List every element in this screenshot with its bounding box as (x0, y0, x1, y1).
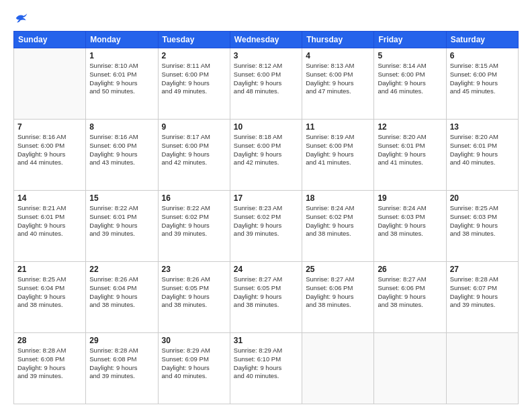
weekday-header-friday: Friday (374, 32, 446, 48)
day-cell: 3Sunrise: 8:12 AMSunset: 6:00 PMDaylight… (230, 48, 302, 120)
day-number: 11 (306, 122, 370, 132)
day-info: Sunrise: 8:19 AMSunset: 6:00 PMDaylight:… (306, 133, 370, 167)
day-cell: 23Sunrise: 8:26 AMSunset: 6:05 PMDayligh… (158, 262, 230, 333)
day-info: Sunrise: 8:29 AMSunset: 6:09 PMDaylight:… (162, 347, 226, 381)
day-number: 12 (378, 122, 442, 132)
day-cell: 20Sunrise: 8:25 AMSunset: 6:03 PMDayligh… (446, 191, 518, 262)
day-info: Sunrise: 8:20 AMSunset: 6:01 PMDaylight:… (450, 133, 515, 167)
day-number: 2 (162, 51, 226, 60)
day-info: Sunrise: 8:27 AMSunset: 6:05 PMDaylight:… (234, 275, 298, 310)
day-info: Sunrise: 8:16 AMSunset: 6:00 PMDaylight:… (89, 133, 154, 167)
day-cell: 13Sunrise: 8:20 AMSunset: 6:01 PMDayligh… (446, 120, 518, 191)
day-info: Sunrise: 8:25 AMSunset: 6:04 PMDaylight:… (17, 275, 82, 310)
day-info: Sunrise: 8:20 AMSunset: 6:01 PMDaylight:… (378, 133, 442, 167)
weekday-header-saturday: Saturday (446, 32, 518, 48)
day-info: Sunrise: 8:22 AMSunset: 6:01 PMDaylight:… (89, 204, 154, 238)
day-cell: 1Sunrise: 8:10 AMSunset: 6:01 PMDaylight… (86, 48, 158, 120)
day-cell: 2Sunrise: 8:11 AMSunset: 6:00 PMDaylight… (158, 48, 230, 120)
day-cell: 31Sunrise: 8:29 AMSunset: 6:10 PMDayligh… (230, 333, 302, 404)
day-cell: 17Sunrise: 8:23 AMSunset: 6:02 PMDayligh… (230, 191, 302, 262)
day-number: 20 (450, 193, 515, 203)
day-info: Sunrise: 8:16 AMSunset: 6:00 PMDaylight:… (17, 133, 82, 167)
week-row-1: 1Sunrise: 8:10 AMSunset: 6:01 PMDaylight… (14, 48, 519, 120)
day-number: 3 (234, 51, 298, 60)
day-number: 30 (162, 336, 226, 345)
day-info: Sunrise: 8:22 AMSunset: 6:02 PMDaylight:… (162, 204, 226, 238)
day-cell (374, 333, 446, 404)
day-cell: 14Sunrise: 8:21 AMSunset: 6:01 PMDayligh… (14, 191, 86, 262)
day-cell: 24Sunrise: 8:27 AMSunset: 6:05 PMDayligh… (230, 262, 302, 333)
day-info: Sunrise: 8:24 AMSunset: 6:02 PMDaylight:… (306, 204, 370, 238)
day-number: 17 (234, 193, 298, 203)
day-info: Sunrise: 8:10 AMSunset: 6:01 PMDaylight:… (89, 62, 154, 96)
day-number: 22 (89, 265, 154, 274)
day-number: 9 (162, 122, 226, 132)
weekday-header-row: SundayMondayTuesdayWednesdayThursdayFrid… (14, 32, 519, 48)
day-info: Sunrise: 8:11 AMSunset: 6:00 PMDaylight:… (162, 62, 226, 96)
day-info: Sunrise: 8:27 AMSunset: 6:06 PMDaylight:… (378, 275, 442, 310)
day-number: 23 (162, 265, 226, 274)
day-cell: 19Sunrise: 8:24 AMSunset: 6:03 PMDayligh… (374, 191, 446, 262)
day-info: Sunrise: 8:15 AMSunset: 6:00 PMDaylight:… (450, 62, 515, 96)
day-number: 18 (306, 193, 370, 203)
day-number: 4 (306, 51, 370, 60)
day-number: 26 (378, 265, 442, 274)
day-number: 14 (17, 193, 82, 203)
day-cell: 5Sunrise: 8:14 AMSunset: 6:00 PMDaylight… (374, 48, 446, 120)
day-cell: 4Sunrise: 8:13 AMSunset: 6:00 PMDaylight… (302, 48, 374, 120)
day-cell: 10Sunrise: 8:18 AMSunset: 6:00 PMDayligh… (230, 120, 302, 191)
day-info: Sunrise: 8:26 AMSunset: 6:05 PMDaylight:… (162, 275, 226, 310)
weekday-header-thursday: Thursday (302, 32, 374, 48)
day-number: 7 (17, 122, 82, 132)
day-cell: 25Sunrise: 8:27 AMSunset: 6:06 PMDayligh… (302, 262, 374, 333)
day-number: 25 (306, 265, 370, 274)
day-cell: 7Sunrise: 8:16 AMSunset: 6:00 PMDaylight… (14, 120, 86, 191)
day-number: 28 (17, 336, 82, 345)
day-info: Sunrise: 8:24 AMSunset: 6:03 PMDaylight:… (378, 204, 442, 238)
day-number: 19 (378, 193, 442, 203)
day-number: 8 (89, 122, 154, 132)
day-cell: 6Sunrise: 8:15 AMSunset: 6:00 PMDaylight… (446, 48, 518, 120)
header (13, 12, 519, 24)
day-cell: 30Sunrise: 8:29 AMSunset: 6:09 PMDayligh… (158, 333, 230, 404)
day-number: 21 (17, 265, 82, 274)
day-number: 10 (234, 122, 298, 132)
day-info: Sunrise: 8:27 AMSunset: 6:06 PMDaylight:… (306, 275, 370, 310)
day-number: 16 (162, 193, 226, 203)
day-number: 5 (378, 51, 442, 60)
day-info: Sunrise: 8:17 AMSunset: 6:00 PMDaylight:… (162, 133, 226, 167)
day-info: Sunrise: 8:28 AMSunset: 6:07 PMDaylight:… (450, 275, 515, 310)
day-number: 15 (89, 193, 154, 203)
week-row-5: 28Sunrise: 8:28 AMSunset: 6:08 PMDayligh… (14, 333, 519, 404)
day-info: Sunrise: 8:14 AMSunset: 6:00 PMDaylight:… (378, 62, 442, 96)
day-info: Sunrise: 8:18 AMSunset: 6:00 PMDaylight:… (234, 133, 298, 167)
day-info: Sunrise: 8:23 AMSunset: 6:02 PMDaylight:… (234, 204, 298, 238)
weekday-header-sunday: Sunday (14, 32, 86, 48)
day-number: 1 (89, 51, 154, 60)
day-info: Sunrise: 8:12 AMSunset: 6:00 PMDaylight:… (234, 62, 298, 96)
day-info: Sunrise: 8:28 AMSunset: 6:08 PMDaylight:… (89, 347, 154, 381)
day-cell: 16Sunrise: 8:22 AMSunset: 6:02 PMDayligh… (158, 191, 230, 262)
day-info: Sunrise: 8:25 AMSunset: 6:03 PMDaylight:… (450, 204, 515, 238)
weekday-header-tuesday: Tuesday (158, 32, 230, 48)
week-row-4: 21Sunrise: 8:25 AMSunset: 6:04 PMDayligh… (14, 262, 519, 333)
day-cell: 15Sunrise: 8:22 AMSunset: 6:01 PMDayligh… (86, 191, 158, 262)
day-cell: 21Sunrise: 8:25 AMSunset: 6:04 PMDayligh… (14, 262, 86, 333)
day-number: 6 (450, 51, 515, 60)
logo-bird-icon (15, 12, 28, 24)
calendar-table: SundayMondayTuesdayWednesdayThursdayFrid… (13, 31, 519, 404)
day-number: 24 (234, 265, 298, 274)
day-cell: 27Sunrise: 8:28 AMSunset: 6:07 PMDayligh… (446, 262, 518, 333)
day-number: 31 (234, 336, 298, 345)
day-cell: 29Sunrise: 8:28 AMSunset: 6:08 PMDayligh… (86, 333, 158, 404)
day-cell: 18Sunrise: 8:24 AMSunset: 6:02 PMDayligh… (302, 191, 374, 262)
day-cell (14, 48, 86, 120)
page: SundayMondayTuesdayWednesdayThursdayFrid… (0, 0, 532, 411)
day-cell: 28Sunrise: 8:28 AMSunset: 6:08 PMDayligh… (14, 333, 86, 404)
day-number: 27 (450, 265, 515, 274)
weekday-header-wednesday: Wednesday (230, 32, 302, 48)
week-row-2: 7Sunrise: 8:16 AMSunset: 6:00 PMDaylight… (14, 120, 519, 191)
logo (13, 12, 28, 24)
day-cell (302, 333, 374, 404)
day-cell: 9Sunrise: 8:17 AMSunset: 6:00 PMDaylight… (158, 120, 230, 191)
